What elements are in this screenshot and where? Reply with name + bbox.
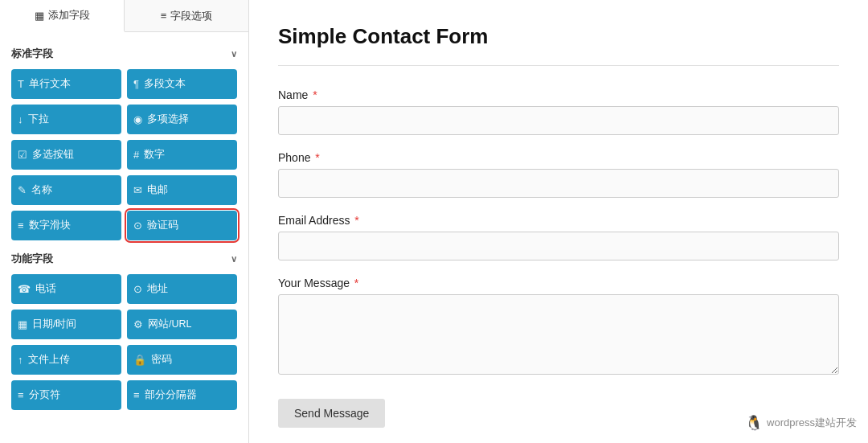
functional-fields-grid: ☎ 电话 ⊙ 地址 ▦ 日期/时间 ⚙ 网站/URL ↑ 文件上传 🔒 密码 [11, 274, 237, 410]
left-panel: ▦ 添加字段 ≡ 字段选项 标准字段 ∨ T 单行文本 ¶ 多段文本 ↓ 下拉 [0, 0, 249, 443]
standard-fields-grid: T 单行文本 ¶ 多段文本 ↓ 下拉 ◉ 多项选择 ☑ 多选按钮 # 数字 [11, 69, 237, 240]
tab-add-field[interactable]: ▦ 添加字段 [0, 0, 125, 32]
file-upload-icon: ↑ [18, 354, 23, 366]
field-btn-captcha[interactable]: ⊙ 验证码 [127, 211, 237, 240]
field-btn-multi-text[interactable]: ¶ 多段文本 [127, 69, 237, 99]
form-field-message: Your Message * [278, 277, 839, 378]
submit-button[interactable]: Send Message [278, 399, 385, 428]
name-icon: ✎ [18, 184, 27, 196]
checkbox-icon: ☑ [18, 149, 27, 161]
field-btn-datetime[interactable]: ▦ 日期/时间 [11, 310, 121, 339]
tab-add-field-label: 添加字段 [48, 8, 90, 23]
form-field-email: Email Address * [278, 214, 839, 260]
form-label-email: Email Address * [278, 214, 839, 227]
form-field-name: Name * [278, 88, 839, 135]
password-icon: 🔒 [133, 354, 146, 366]
functional-section-title: 功能字段 [11, 252, 53, 266]
field-btn-name[interactable]: ✎ 名称 [11, 175, 121, 205]
field-btn-number-slider[interactable]: ≡ 数字滑块 [11, 211, 121, 240]
datetime-icon: ▦ [18, 318, 27, 330]
field-btn-file-upload[interactable]: ↑ 文件上传 [11, 345, 121, 375]
field-btn-website[interactable]: ⚙ 网站/URL [127, 310, 237, 339]
page-break-icon: ≡ [18, 389, 24, 401]
field-btn-page-break[interactable]: ≡ 分页符 [11, 380, 121, 410]
address-icon: ⊙ [133, 283, 142, 295]
field-btn-password[interactable]: 🔒 密码 [127, 345, 237, 375]
form-field-phone: Phone * [278, 151, 839, 198]
add-field-icon: ▦ [35, 10, 44, 22]
website-icon: ⚙ [133, 318, 143, 330]
tab-field-options-label: 字段选项 [170, 9, 212, 23]
captcha-icon: ⊙ [133, 219, 142, 232]
field-btn-multi-choice[interactable]: ◉ 多项选择 [127, 105, 237, 134]
form-label-phone: Phone * [278, 151, 839, 164]
form-title: Simple Contact Form [278, 24, 839, 66]
panel-content: 标准字段 ∨ T 单行文本 ¶ 多段文本 ↓ 下拉 ◉ 多项选择 ☑ 多选按钮 [0, 32, 248, 443]
tab-field-options[interactable]: ≡ 字段选项 [125, 0, 248, 31]
phone-icon: ☎ [18, 283, 31, 295]
form-input-name[interactable] [278, 106, 839, 135]
number-icon: # [133, 149, 139, 161]
field-btn-dropdown[interactable]: ↓ 下拉 [11, 105, 121, 134]
functional-chevron-icon: ∨ [231, 254, 237, 265]
section-divider-icon: ≡ [133, 389, 140, 401]
multi-text-icon: ¶ [133, 78, 139, 90]
standard-section-header: 标准字段 ∨ [11, 47, 237, 61]
form-textarea-message[interactable] [278, 294, 839, 375]
number-slider-icon: ≡ [18, 219, 24, 232]
field-btn-single-text[interactable]: T 单行文本 [11, 69, 121, 99]
field-btn-email[interactable]: ✉ 电邮 [127, 175, 237, 205]
right-panel: Simple Contact Form Name * Phone * Email… [249, 0, 868, 443]
single-text-icon: T [18, 78, 24, 90]
standard-section-title: 标准字段 [11, 47, 53, 61]
standard-chevron-icon: ∨ [231, 49, 237, 59]
form-label-message: Your Message * [278, 277, 839, 289]
field-btn-address[interactable]: ⊙ 地址 [127, 274, 237, 304]
email-icon: ✉ [133, 184, 142, 196]
form-input-email[interactable] [278, 232, 839, 260]
field-btn-section-divider[interactable]: ≡ 部分分隔器 [127, 380, 237, 410]
functional-section-header: 功能字段 ∨ [11, 252, 237, 266]
field-options-icon: ≡ [161, 10, 167, 22]
form-input-phone[interactable] [278, 169, 839, 198]
dropdown-icon: ↓ [18, 113, 23, 125]
multi-choice-icon: ◉ [133, 113, 142, 125]
field-btn-number[interactable]: # 数字 [127, 140, 237, 170]
field-btn-phone[interactable]: ☎ 电话 [11, 274, 121, 304]
tab-bar: ▦ 添加字段 ≡ 字段选项 [0, 0, 248, 32]
form-label-name: Name * [278, 88, 839, 101]
field-btn-checkbox[interactable]: ☑ 多选按钮 [11, 140, 121, 170]
